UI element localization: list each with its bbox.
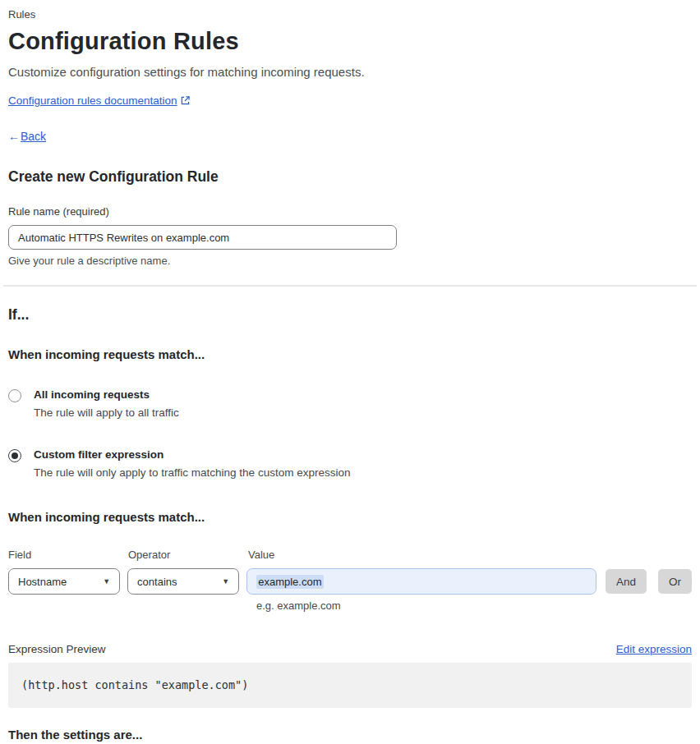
documentation-link[interactable]: Configuration rules documentation [8,94,177,107]
and-button[interactable]: And [606,569,647,594]
then-settings-heading: Then the settings are... [8,728,692,742]
value-column-label: Value [248,549,274,561]
value-help-text: e.g. example.com [256,599,692,612]
value-input-text: example.com [256,575,323,589]
rule-name-label: Rule name (required) [8,205,692,218]
breadcrumb: Rules [8,8,692,21]
chevron-down-icon: ▼ [222,577,229,586]
if-heading: If... [8,306,692,324]
section-divider [3,285,697,287]
when-match-label-1: When incoming requests match... [8,347,692,361]
rule-name-help: Give your rule a descriptive name. [8,255,692,267]
radio-option-description: The rule will only apply to traffic matc… [34,466,350,479]
operator-select-value: contains [137,576,177,588]
page-title: Configuration Rules [8,28,692,55]
expression-preview-code: (http.host contains "example.com") [8,663,692,708]
radio-dot [12,393,18,399]
value-input[interactable]: example.com [246,568,596,595]
configuration-rules-page: Rules Configuration Rules Customize conf… [0,0,700,744]
expression-preview-label: Expression Preview [8,643,106,655]
page-subtitle: Customize configuration settings for mat… [8,65,692,79]
rule-name-input[interactable]: Automatic HTTPS Rewrites on example.com [8,225,397,250]
rule-name-value: Automatic HTTPS Rewrites on example.com [18,232,229,244]
operator-column-label: Operator [128,549,248,561]
field-column-label: Field [8,549,128,561]
radio-option-description: The rule will apply to all traffic [34,406,179,419]
operator-select[interactable]: contains ▼ [127,568,239,595]
radio-button-unselected[interactable] [8,389,21,402]
back-link[interactable]: Back [21,130,46,143]
edit-expression-link[interactable]: Edit expression [616,643,692,655]
radio-option-label: Custom filter expression [34,448,350,461]
or-button[interactable]: Or [658,569,692,594]
radio-option-custom-filter[interactable]: Custom filter expression The rule will o… [8,448,692,479]
radio-option-all-requests[interactable]: All incoming requests The rule will appl… [8,388,692,419]
radio-dot [12,452,18,459]
external-link-icon [181,95,190,108]
field-select-value: Hostname [18,576,67,588]
chevron-down-icon: ▼ [103,577,110,586]
when-match-label-2: When incoming requests match... [8,510,692,524]
radio-button-selected[interactable] [8,449,21,462]
back-arrow-icon: ← [8,130,20,143]
field-select[interactable]: Hostname ▼ [8,568,120,595]
radio-option-label: All incoming requests [34,388,179,401]
create-rule-heading: Create new Configuration Rule [8,168,692,186]
